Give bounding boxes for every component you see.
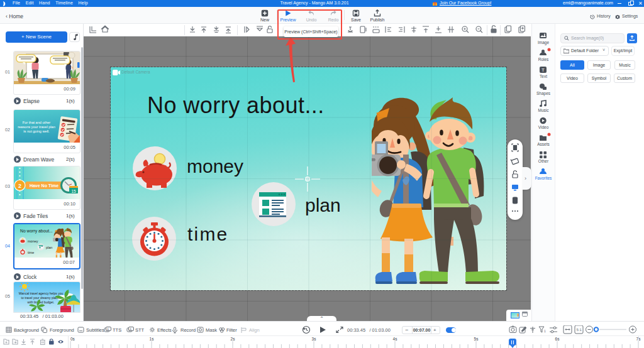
svg-text:Have No Time: Have No Time (30, 183, 58, 188)
svg-text:For that and other: For that and other (23, 121, 51, 124)
svg-text:5:1: 5:1 (577, 328, 582, 332)
svg-text:TTS: TTS (113, 327, 121, 333)
svg-text:A: A (107, 328, 109, 331)
svg-text:1s: 1s (150, 337, 155, 341)
svg-text:3s: 3s (312, 337, 317, 341)
svg-text:A: A (130, 328, 131, 331)
svg-text:STT: STT (135, 327, 145, 333)
svg-text:Align: Align (249, 327, 260, 333)
svg-text:0s: 0s (70, 337, 75, 341)
svg-text:Mask: Mask (206, 327, 217, 333)
svg-text:2: 2 (18, 183, 21, 189)
svg-text:Filter: Filter (226, 327, 237, 333)
svg-text:2s: 2s (231, 337, 236, 341)
svg-text:No worry about...: No worry about... (20, 229, 53, 234)
svg-text:4s: 4s (393, 337, 398, 341)
svg-text:Record: Record (180, 327, 196, 333)
svg-text:Background: Background (14, 327, 39, 333)
svg-text:15: 15 (71, 189, 76, 193)
svg-text:to travel your dreamy places: to travel your dreamy places (21, 296, 61, 300)
svg-text:Effects: Effects (157, 327, 172, 333)
svg-text:is not going well.: is not going well. (23, 129, 50, 133)
svg-text:with limited budget.: with limited budget. (28, 300, 55, 304)
svg-text:time: time (28, 251, 34, 254)
svg-text:money: money (28, 239, 38, 243)
svg-text:reasons your travel plan: reasons your travel plan (18, 125, 55, 129)
svg-text:plan: plan (46, 246, 52, 249)
svg-text:Foreground: Foreground (50, 327, 74, 333)
svg-text:T: T (541, 67, 545, 73)
svg-text:Subtitles: Subtitles (86, 327, 104, 333)
svg-text:1: 1 (544, 329, 546, 333)
svg-text:5s: 5s (474, 337, 479, 341)
svg-text:Wancal travel agency helps you: Wancal travel agency helps you (19, 291, 64, 295)
svg-text:6s: 6s (555, 337, 560, 341)
